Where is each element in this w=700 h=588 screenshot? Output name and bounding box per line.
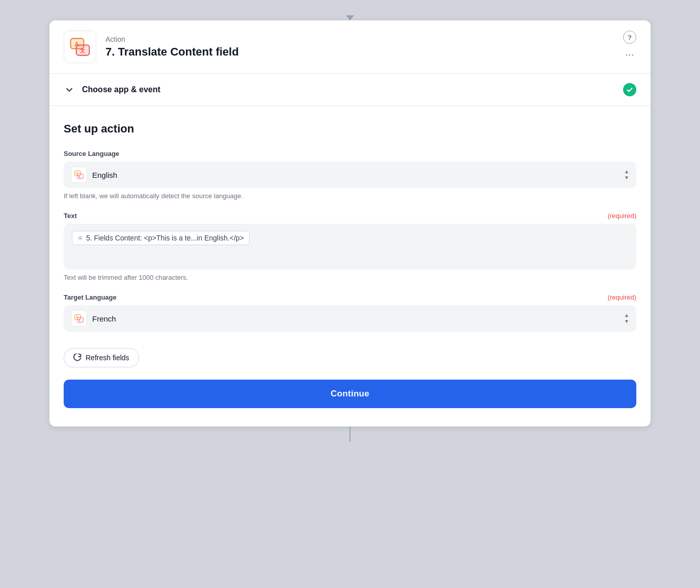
target-language-label: Target Language (required)	[64, 293, 636, 301]
app-icon-wrapper: A 文	[64, 31, 96, 63]
continue-button[interactable]: Continue	[64, 380, 636, 408]
refresh-icon	[73, 354, 82, 362]
setup-section: Set up action Source Language A 文	[49, 106, 651, 426]
choose-app-label: Choose app & event	[82, 85, 623, 94]
text-label: Text (required)	[64, 212, 636, 220]
text-area-field[interactable]: ✳ 5. Fields Content: <p>This is a te...i…	[64, 224, 636, 270]
chevron-down-icon	[64, 84, 75, 95]
target-language-group: Target Language (required) A 文 French	[64, 293, 636, 332]
app-icon: A 文	[69, 36, 91, 58]
target-language-icon: A 文	[71, 310, 87, 327]
text-field-hint: Text will be trimmed after 1000 characte…	[64, 274, 636, 281]
text-required-label: (required)	[608, 212, 636, 220]
header-text: Action 7. Translate Content field	[105, 35, 636, 59]
header-icons: ? ⋯	[623, 31, 636, 60]
source-language-value: English	[92, 171, 624, 179]
target-language-value: French	[92, 314, 624, 323]
svg-text:文: 文	[78, 319, 80, 322]
text-field-group: Text (required) ✳ 5. Fields Content: <p>…	[64, 212, 636, 281]
page-title: 7. Translate Content field	[105, 45, 636, 59]
source-language-label: Source Language	[64, 150, 636, 157]
card-header: A 文 Action 7. Translate Content field ? …	[49, 20, 651, 74]
bottom-connector	[349, 426, 351, 442]
top-connector-arrow	[346, 15, 354, 20]
gear-icon: ✳	[77, 234, 83, 242]
action-label: Action	[105, 35, 636, 43]
source-language-group: Source Language A 文 English ▲ ▼	[64, 150, 636, 200]
source-language-hint: If left blank, we will automatically det…	[64, 192, 636, 200]
page-wrapper: A 文 Action 7. Translate Content field ? …	[0, 10, 700, 442]
refresh-fields-button[interactable]: Refresh fields	[64, 348, 139, 367]
main-card: A 文 Action 7. Translate Content field ? …	[49, 20, 651, 426]
target-select-arrows-icon: ▲ ▼	[624, 313, 629, 324]
help-icon[interactable]: ?	[623, 31, 636, 44]
choose-app-row[interactable]: Choose app & event	[49, 74, 651, 106]
svg-text:文: 文	[80, 48, 85, 54]
select-arrows-icon: ▲ ▼	[624, 169, 629, 180]
setup-title: Set up action	[64, 122, 636, 136]
target-required-label: (required)	[608, 293, 636, 301]
svg-text:A: A	[76, 172, 78, 175]
source-language-icon: A 文	[71, 167, 87, 183]
svg-text:A: A	[76, 315, 78, 318]
completed-check-icon	[623, 83, 636, 96]
text-chip: ✳ 5. Fields Content: <p>This is a te...i…	[72, 231, 250, 245]
source-language-select[interactable]: A 文 English ▲ ▼	[64, 162, 636, 188]
target-language-select[interactable]: A 文 French ▲ ▼	[64, 305, 636, 332]
svg-text:文: 文	[78, 175, 80, 178]
more-options-icon[interactable]: ⋯	[625, 49, 635, 60]
